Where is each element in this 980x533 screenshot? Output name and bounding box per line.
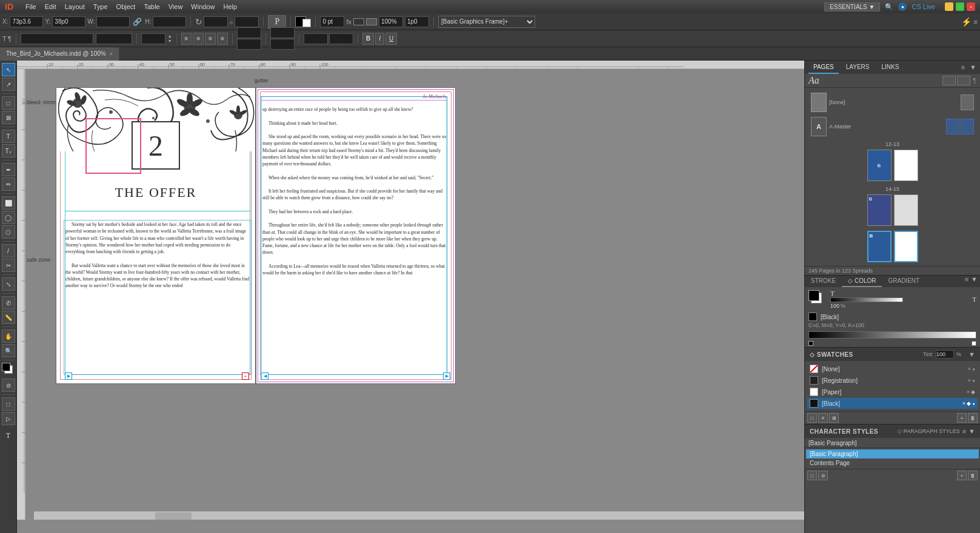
- stroke-collapse-btn[interactable]: ▼: [971, 276, 980, 287]
- panel-menu-icon[interactable]: ≡: [974, 18, 978, 25]
- free-transform-tool[interactable]: ⤡: [2, 277, 15, 291]
- right-page-in[interactable]: ◀: [261, 372, 268, 380]
- menu-edit[interactable]: Edit: [45, 3, 56, 10]
- fill-stroke-widget[interactable]: [2, 363, 15, 376]
- gap-tool[interactable]: ⊠: [2, 111, 15, 124]
- bold-btn[interactable]: B: [362, 33, 374, 45]
- font-family-input[interactable]: [21, 33, 93, 44]
- eyedropper-tool[interactable]: ✆: [2, 296, 15, 310]
- contents-page-style[interactable]: Contents Page: [806, 459, 979, 468]
- preview-mode-btn[interactable]: ▷: [2, 412, 15, 425]
- page-17-thumb[interactable]: [894, 231, 918, 262]
- size-down-arrow[interactable]: ▼: [168, 39, 172, 43]
- hand-tool[interactable]: ✋: [2, 329, 15, 343]
- para-styles-tab[interactable]: ◇ PARAGRAPH STYLES: [898, 428, 959, 434]
- menu-view[interactable]: View: [168, 3, 183, 10]
- fill-stroke-indicator[interactable]: [808, 290, 827, 308]
- page-12-thumb[interactable]: B: [867, 150, 892, 181]
- shear-input[interactable]: [235, 16, 259, 27]
- swatch-none[interactable]: [None] × ⬧: [807, 363, 978, 374]
- tracking-input[interactable]: [237, 39, 261, 50]
- gradient-stop-left[interactable]: [808, 341, 813, 346]
- page-15-container[interactable]: [894, 194, 918, 226]
- pages-view-buttons[interactable]: [942, 76, 970, 85]
- swatch-list-btn[interactable]: ≡: [818, 413, 828, 423]
- size-input[interactable]: [405, 16, 429, 27]
- page-15-thumb[interactable]: [894, 194, 918, 226]
- current-spread-row[interactable]: B: [808, 231, 976, 262]
- font-size-input[interactable]: [141, 33, 165, 44]
- scissors-tool[interactable]: ✂: [2, 259, 15, 272]
- swatches-collapse-btn[interactable]: ▼: [968, 351, 975, 358]
- new-swatch-btn[interactable]: +: [957, 413, 967, 423]
- w-input[interactable]: [96, 16, 130, 27]
- leading-input[interactable]: [237, 27, 261, 38]
- page-tool[interactable]: □: [2, 96, 15, 110]
- reg-delete-icon[interactable]: ×: [968, 377, 971, 383]
- page-12-container[interactable]: B: [867, 150, 892, 181]
- italic-btn[interactable]: I: [375, 33, 384, 45]
- page-16-container[interactable]: B: [867, 231, 892, 262]
- align-right-btn[interactable]: ≡: [205, 33, 216, 45]
- canvas-content[interactable]: bleed- trimmed off safe zone Master Page…: [25, 69, 804, 520]
- maximize-button[interactable]: □: [956, 2, 964, 11]
- basic-paragraph-style[interactable]: [Basic Paragraph]: [806, 449, 979, 459]
- selection-tool[interactable]: ↖: [2, 63, 15, 76]
- swatch-paper[interactable]: [Paper] × ◆: [807, 386, 978, 397]
- stroke-tab[interactable]: STROKE: [805, 276, 842, 287]
- color-slider-bar[interactable]: [830, 297, 903, 302]
- gradient-tab[interactable]: GRADIENT: [882, 276, 925, 287]
- v-scale-input[interactable]: [270, 39, 295, 50]
- x-input[interactable]: [10, 16, 43, 27]
- search-icon[interactable]: 🔍: [885, 3, 893, 11]
- zoom-tool[interactable]: 🔍: [2, 344, 15, 357]
- pages-view-btn1[interactable]: [942, 76, 956, 85]
- t-switch-icon[interactable]: T: [972, 296, 976, 303]
- apply-none-btn[interactable]: ⊘: [2, 379, 15, 392]
- swatches-header[interactable]: ◇ SWATCHES Tint: % ▼: [805, 348, 980, 361]
- scroll-thumb-h[interactable]: [155, 512, 192, 520]
- stroke-color-indicator[interactable]: [808, 290, 819, 301]
- window-controls[interactable]: — □ ×: [945, 2, 975, 11]
- pages-tab[interactable]: PAGES: [808, 61, 839, 74]
- pages-view-btn2[interactable]: [957, 76, 970, 85]
- a-master-row[interactable]: A A-Master: [808, 116, 976, 137]
- align-justify-btn[interactable]: ≡: [217, 33, 228, 45]
- tint-input[interactable]: [936, 350, 954, 359]
- essentials-button[interactable]: ESSENTIALS ▼: [824, 2, 880, 12]
- type-tool[interactable]: T: [2, 130, 15, 143]
- size-up-arrow[interactable]: ▲: [168, 34, 172, 38]
- direct-selection-tool[interactable]: ↗: [2, 78, 15, 91]
- char-styles-menu[interactable]: ≡: [962, 428, 966, 435]
- align-left-btn[interactable]: ≡: [181, 33, 192, 45]
- delete-char-style-btn[interactable]: 🗑: [968, 471, 978, 480]
- menu-object[interactable]: Object: [116, 3, 136, 10]
- document-tab[interactable]: The_Bird_Jo_Michaels.indd @ 100% ×: [0, 47, 119, 61]
- none-delete-icon[interactable]: ×: [968, 366, 971, 372]
- rect-frame-tool[interactable]: ⬜: [2, 196, 15, 210]
- left-overflow-in[interactable]: ▶: [65, 372, 72, 380]
- frame-type-select[interactable]: [Basic Graphics Frame]+: [438, 16, 535, 28]
- type-on-path-tool[interactable]: Tᵥ: [2, 144, 15, 157]
- font-style-input[interactable]: [96, 33, 132, 44]
- measure-tool[interactable]: 📏: [2, 311, 15, 324]
- h-scale-input[interactable]: [270, 27, 295, 38]
- minimize-button[interactable]: —: [945, 2, 953, 11]
- menu-layout[interactable]: Layout: [65, 3, 85, 10]
- swatch-registration[interactable]: [Registration] × ⬧: [807, 375, 978, 386]
- pen-tool[interactable]: ✒: [2, 163, 15, 176]
- underline-btn[interactable]: U: [385, 33, 397, 45]
- cs-live-label[interactable]: CS Live: [912, 3, 935, 10]
- align-center-btn[interactable]: ≡: [193, 33, 204, 45]
- ellipse-frame-tool[interactable]: ◯: [2, 211, 15, 224]
- char-styles-header[interactable]: CHARACTER STYLES ◇ PARAGRAPH STYLES ≡ ▼: [805, 425, 980, 438]
- right-page-out[interactable]: ▶: [443, 372, 450, 380]
- horizontal-scrollbar[interactable]: [34, 511, 804, 520]
- new-color-group-btn[interactable]: □: [807, 413, 817, 423]
- pencil-tool[interactable]: ✏: [2, 177, 15, 191]
- menu-window[interactable]: Window: [191, 3, 215, 10]
- y-input[interactable]: [52, 16, 85, 27]
- page-13-thumb[interactable]: [894, 150, 918, 181]
- page-14-thumb[interactable]: B: [867, 194, 892, 226]
- tab-close-icon[interactable]: ×: [110, 51, 113, 57]
